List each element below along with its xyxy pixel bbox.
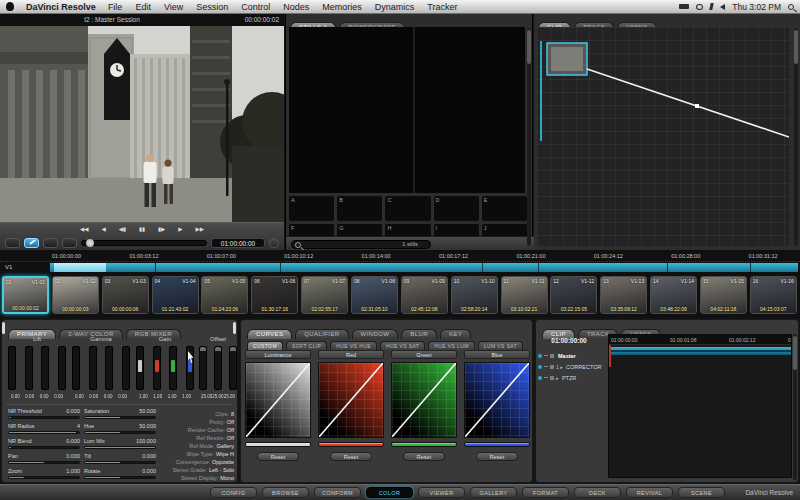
previous-clip-button[interactable]: ◀ <box>101 227 105 233</box>
param-slider[interactable] <box>84 476 156 479</box>
menu-item-file[interactable]: File <box>108 2 123 12</box>
timeline-clip-13[interactable]: 13V1-1303:35:08:12 <box>600 276 647 314</box>
stop-button[interactable]: ▮▮ <box>139 227 145 233</box>
master-track-bar[interactable] <box>609 347 791 355</box>
menu-item-view[interactable]: View <box>164 2 183 12</box>
timeline-ruler[interactable]: 01:00:00:0001:00:03:1201:00:07:0001:00:1… <box>0 251 800 262</box>
enable-dot-icon[interactable] <box>538 376 542 380</box>
curve-graph[interactable] <box>391 362 457 438</box>
reset-button[interactable]: Reset <box>476 452 518 461</box>
channel-slider[interactable] <box>25 346 33 390</box>
scrollbar-thumb[interactable] <box>527 30 531 64</box>
channel-slider[interactable] <box>214 346 222 390</box>
timeline-clip-05[interactable]: 05V1-0501:24:23:06 <box>201 276 248 314</box>
param-slider[interactable] <box>84 446 156 449</box>
scrubber-knob[interactable] <box>86 239 94 247</box>
param-slider[interactable] <box>8 446 80 449</box>
still-slot-b[interactable]: B <box>337 196 382 221</box>
param-slider[interactable] <box>84 431 156 434</box>
page-tab-browse[interactable]: BROWSE <box>262 487 309 498</box>
node-row-corrector[interactable]: 1 ▸ CORRECTOR <box>538 361 606 372</box>
timeline-clip-16[interactable]: 16V1-1604:15:03:07 <box>750 276 797 314</box>
highlight-button[interactable] <box>62 238 77 248</box>
page-tab-scene[interactable]: SCENE <box>678 487 725 498</box>
next-clip-button[interactable]: ▶ <box>178 227 182 233</box>
timeline-clip-07[interactable]: 07V1-0702:02:55:17 <box>301 276 348 314</box>
reset-button[interactable]: Reset <box>257 452 299 461</box>
menu-item-dynamics[interactable]: Dynamics <box>375 2 415 12</box>
rewind-button[interactable]: ◀◀ <box>80 227 88 233</box>
curve-range-slider[interactable] <box>391 442 457 447</box>
param-slider[interactable] <box>8 416 80 419</box>
timeline-clip-01[interactable]: 01V1-0100:00:00:02 <box>2 276 49 314</box>
still-grab-button[interactable] <box>5 238 20 248</box>
battery-icon[interactable] <box>679 4 689 9</box>
slider-cap[interactable] <box>215 347 221 351</box>
still-slot-e[interactable]: E <box>482 196 527 221</box>
stills-scrollbar[interactable] <box>527 28 531 246</box>
timeline-clip-08[interactable]: 08V1-0802:31:05:10 <box>351 276 398 314</box>
menu-item-session[interactable]: Session <box>196 2 228 12</box>
channel-slider[interactable] <box>186 346 194 390</box>
reset-button[interactable]: Reset <box>403 452 445 461</box>
keyframes-scrollbar[interactable] <box>793 334 797 480</box>
page-tab-color[interactable]: COLOR <box>366 487 413 498</box>
expand-arrow-icon[interactable]: 1 ▸ <box>556 364 564 370</box>
param-slider[interactable] <box>84 416 156 419</box>
channel-slider[interactable] <box>169 346 177 390</box>
still-slot-d[interactable]: D <box>434 196 479 221</box>
page-tab-config[interactable]: CONFIG <box>210 487 257 498</box>
menu-item-control[interactable]: Control <box>241 2 270 12</box>
spotlight-icon[interactable] <box>788 4 794 10</box>
timeline-clip-04[interactable]: 04V1-0401:21:43:02 <box>152 276 199 314</box>
still-slot-a[interactable]: A <box>289 196 334 221</box>
menu-item-edit[interactable]: Edit <box>135 2 151 12</box>
curve-graph[interactable] <box>318 362 384 438</box>
viewer-image[interactable] <box>0 26 284 222</box>
lock-icon[interactable] <box>550 354 554 358</box>
channel-slider[interactable] <box>58 346 66 390</box>
wipe-mode-button[interactable] <box>24 238 39 248</box>
timeline-clip-09[interactable]: 09V1-0902:45:12:08 <box>401 276 448 314</box>
timeline-clip-10[interactable]: 10V1-1002:58:20:14 <box>451 276 498 314</box>
display-icon[interactable] <box>696 4 703 10</box>
channel-slider[interactable] <box>105 346 113 390</box>
param-slider[interactable] <box>8 461 80 464</box>
scrollbar-thumb[interactable] <box>794 30 798 64</box>
timeline-clip-06[interactable]: 06V1-0601:30:17:16 <box>251 276 298 314</box>
lock-icon[interactable] <box>550 376 554 380</box>
graph-scrollbar[interactable] <box>794 28 798 246</box>
menu-item-tracker[interactable]: Tracker <box>427 2 457 12</box>
node-row-master[interactable]: Master <box>538 350 606 361</box>
page-tab-format[interactable]: FORMAT <box>522 487 569 498</box>
loop-button[interactable] <box>269 238 279 248</box>
timeline-clip-14[interactable]: 14V1-1403:48:22:09 <box>650 276 697 314</box>
channel-slider[interactable] <box>72 346 80 390</box>
scrollbar-thumb[interactable] <box>793 336 797 370</box>
param-slider[interactable] <box>8 431 80 434</box>
panel-scroll-nub[interactable] <box>233 322 236 334</box>
channel-slider[interactable] <box>89 346 97 390</box>
app-menu-title[interactable]: DaVinci Resolve <box>26 2 96 12</box>
timeline-clip-02[interactable]: 02V1-0200:00:00:03 <box>52 276 99 314</box>
reset-button[interactable]: Reset <box>330 452 372 461</box>
timeline-clip-12[interactable]: 12V1-1203:22:15:05 <box>550 276 597 314</box>
param-slider[interactable] <box>84 461 156 464</box>
menu-item-nodes[interactable]: Nodes <box>283 2 309 12</box>
channel-slider[interactable] <box>199 346 207 390</box>
keyframe-track-area[interactable]: 01:00:00:0001:00:01:0801:00:02:1201:00:0… <box>608 334 792 478</box>
step-forward-button[interactable]: ▮▶ <box>158 227 165 233</box>
curve-graph[interactable] <box>464 362 530 438</box>
timeline-clip-11[interactable]: 11V1-1103:10:02:21 <box>501 276 548 314</box>
lock-icon[interactable] <box>550 365 554 369</box>
menu-clock[interactable]: Thu 3:02 PM <box>732 2 781 12</box>
enable-dot-icon[interactable] <box>538 365 542 369</box>
timeline-clip-15[interactable]: 15V1-1504:02:11:18 <box>700 276 747 314</box>
slider-cap[interactable] <box>200 347 206 351</box>
curve-range-slider[interactable] <box>245 442 311 447</box>
menu-item-memories[interactable]: Memories <box>322 2 362 12</box>
curve-range-slider[interactable] <box>464 442 530 447</box>
keyframe-ruler[interactable]: 01:00:00:0001:00:01:0801:00:02:1201:00:0… <box>609 335 791 345</box>
page-tab-deck[interactable]: DECK <box>574 487 621 498</box>
bluetooth-icon[interactable] <box>710 3 714 10</box>
